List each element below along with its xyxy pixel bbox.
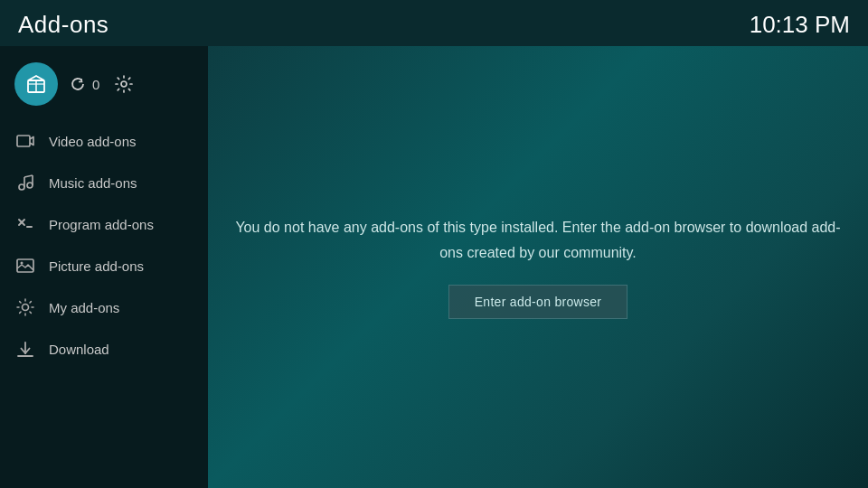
svg-rect-4 xyxy=(17,136,30,146)
svg-point-14 xyxy=(21,262,24,265)
svg-point-5 xyxy=(19,184,24,190)
video-icon xyxy=(14,130,36,152)
sidebar-item-video-addons[interactable]: Video add-ons xyxy=(0,120,208,162)
music-icon xyxy=(14,172,36,193)
empty-state-message: You do not have any add-ons of this type… xyxy=(231,215,845,264)
svg-point-3 xyxy=(121,81,127,87)
content-inner: You do not have any add-ons of this type… xyxy=(231,215,845,318)
gear-icon xyxy=(114,74,134,94)
download-icon xyxy=(14,338,36,360)
sidebar-item-label: Picture add-ons xyxy=(49,258,144,274)
main-layout: 0 Video add-ons xyxy=(0,46,868,488)
svg-line-9 xyxy=(24,175,33,177)
sidebar-item-label: My add-ons xyxy=(49,300,119,315)
sidebar-item-music-addons[interactable]: Music add-ons xyxy=(0,162,208,203)
sidebar-item-label: Download xyxy=(49,342,109,357)
sidebar-item-program-addons[interactable]: Program add-ons xyxy=(0,203,208,245)
sidebar-item-download[interactable]: Download xyxy=(0,328,208,370)
picture-icon xyxy=(14,255,36,277)
svg-point-15 xyxy=(23,305,29,311)
program-icon xyxy=(14,213,36,235)
sidebar-item-my-addons[interactable]: My add-ons xyxy=(0,286,208,328)
sidebar-item-label: Video add-ons xyxy=(49,134,136,149)
sidebar-item-label: Music add-ons xyxy=(49,175,137,191)
refresh-area: 0 xyxy=(69,75,99,93)
my-addons-icon xyxy=(14,296,36,318)
addon-browser-button[interactable] xyxy=(14,62,58,106)
content-area: You do not have any add-ons of this type… xyxy=(208,46,868,488)
page-title: Add-ons xyxy=(18,11,108,39)
refresh-icon xyxy=(69,75,87,93)
sidebar-item-picture-addons[interactable]: Picture add-ons xyxy=(0,245,208,286)
enter-addon-browser-button[interactable]: Enter add-on browser xyxy=(448,285,628,319)
sidebar-toolbar: 0 xyxy=(0,55,208,120)
settings-button[interactable] xyxy=(114,74,134,94)
clock: 10:13 PM xyxy=(750,11,850,39)
refresh-count: 0 xyxy=(92,77,99,92)
sidebar: 0 Video add-ons xyxy=(0,46,208,488)
sidebar-item-label: Program add-ons xyxy=(49,217,154,232)
header: Add-ons 10:13 PM xyxy=(0,0,868,46)
box-icon xyxy=(24,72,48,96)
svg-point-6 xyxy=(27,183,33,188)
